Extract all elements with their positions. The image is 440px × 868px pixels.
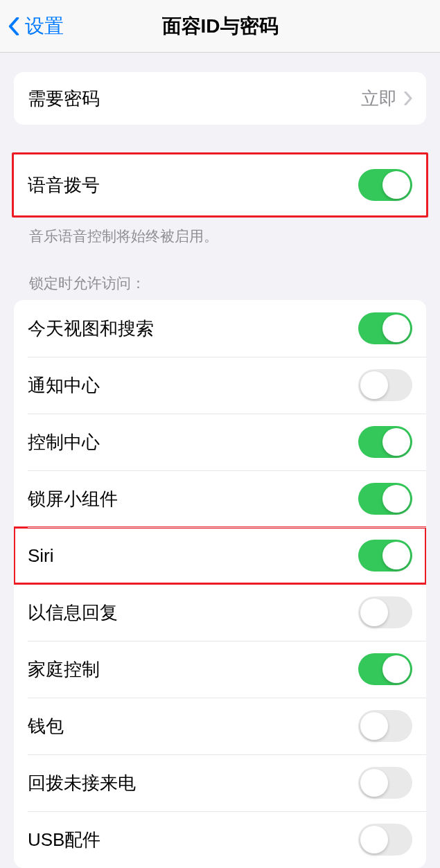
return-missed-calls-toggle[interactable]: [358, 767, 412, 799]
siri-row[interactable]: Siri: [14, 527, 426, 584]
reply-message-toggle[interactable]: [358, 596, 412, 628]
siri-label: Siri: [28, 545, 54, 567]
home-control-label: 家庭控制: [28, 657, 100, 682]
voice-dial-toggle[interactable]: [358, 169, 412, 201]
usb-accessories-toggle[interactable]: [358, 824, 412, 856]
siri-toggle[interactable]: [358, 540, 412, 572]
passcode-group: 需要密码 立即: [14, 72, 426, 125]
wallet-toggle[interactable]: [358, 710, 412, 742]
notification-center-toggle[interactable]: [358, 369, 412, 401]
today-view-label: 今天视图和搜索: [28, 317, 154, 341]
return-missed-calls-row[interactable]: 回拨未接来电: [14, 754, 426, 811]
require-passcode-value: 立即: [361, 87, 397, 111]
back-button[interactable]: 设置: [0, 13, 64, 39]
home-control-toggle[interactable]: [358, 653, 412, 685]
voice-dial-group: 语音拨号: [14, 154, 426, 215]
lock-screen-widgets-toggle[interactable]: [358, 483, 412, 515]
reply-message-label: 以信息回复: [28, 601, 118, 625]
notification-center-label: 通知中心: [28, 373, 100, 398]
control-center-label: 控制中心: [28, 430, 100, 454]
locked-access-header: 锁定时允许访问：: [14, 274, 426, 300]
home-control-row[interactable]: 家庭控制: [14, 641, 426, 698]
wallet-row[interactable]: 钱包: [14, 698, 426, 754]
page-title: 面容ID与密码: [0, 13, 440, 39]
require-passcode-row[interactable]: 需要密码 立即: [14, 72, 426, 125]
usb-accessories-label: USB配件: [28, 828, 100, 852]
locked-access-group: 今天视图和搜索 通知中心 控制中心 锁屏小组件 Siri 以信息回复 家庭控制: [14, 300, 426, 868]
back-label: 设置: [25, 13, 64, 39]
highlight-voice-dial: 语音拨号: [12, 152, 428, 218]
control-center-row[interactable]: 控制中心: [14, 414, 426, 470]
today-view-row[interactable]: 今天视图和搜索: [14, 300, 426, 357]
control-center-toggle[interactable]: [358, 426, 412, 458]
notification-center-row[interactable]: 通知中心: [14, 357, 426, 414]
require-passcode-label: 需要密码: [28, 87, 100, 111]
return-missed-calls-label: 回拨未接来电: [28, 771, 136, 795]
voice-dial-footer: 音乐语音控制将始终被启用。: [14, 218, 426, 246]
nav-bar: 设置 面容ID与密码: [0, 0, 440, 53]
lock-screen-widgets-row[interactable]: 锁屏小组件: [14, 470, 426, 527]
voice-dial-label: 语音拨号: [28, 173, 100, 197]
wallet-label: 钱包: [28, 714, 64, 738]
voice-dial-row[interactable]: 语音拨号: [14, 154, 426, 215]
chevron-left-icon: [8, 17, 19, 35]
today-view-toggle[interactable]: [358, 312, 412, 344]
usb-accessories-row[interactable]: USB配件: [14, 811, 426, 868]
reply-message-row[interactable]: 以信息回复: [14, 584, 426, 641]
lock-screen-widgets-label: 锁屏小组件: [28, 487, 118, 511]
chevron-right-icon: [404, 91, 412, 105]
